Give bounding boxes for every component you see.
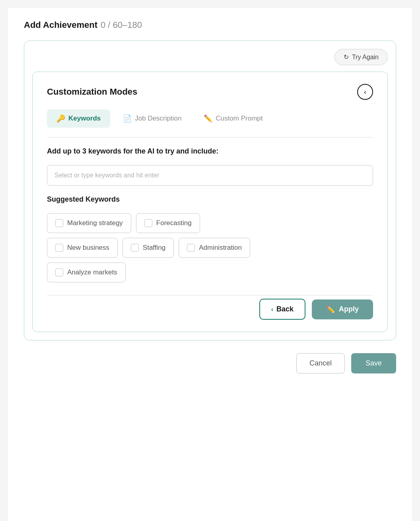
back-circle-button[interactable]: ‹ — [357, 84, 373, 100]
tab-job-description-label: Job Description — [135, 115, 181, 122]
checkbox-administration[interactable] — [187, 244, 195, 252]
chip-forecasting-label: Forecasting — [156, 219, 192, 227]
chip-administration[interactable]: Administration — [179, 238, 250, 258]
refresh-icon: ↻ — [344, 53, 349, 61]
checkbox-analyze-markets[interactable] — [55, 268, 63, 276]
pen-icon: ✏️ — [204, 114, 212, 123]
counter-label: 0 / 60–180 — [101, 20, 142, 30]
apply-icon: ✏️ — [326, 305, 335, 314]
action-row: ‹ Back ✏️ Apply — [47, 295, 373, 320]
inner-card: Customization Modes ‹ 🔑 Keywords 📄 Job D… — [32, 72, 388, 332]
checkbox-staffing[interactable] — [131, 244, 139, 252]
back-chevron-icon: ‹ — [271, 306, 273, 313]
page-title: Add Achievement — [24, 20, 97, 30]
tab-keywords[interactable]: 🔑 Keywords — [47, 109, 110, 128]
save-button-label: Save — [366, 359, 382, 367]
keyword-row-2: New business Staffing Administration — [47, 238, 373, 258]
keyword-input[interactable] — [47, 165, 373, 186]
chip-staffing-label: Staffing — [143, 244, 165, 252]
try-again-button[interactable]: ↻ Try Again — [334, 49, 388, 65]
chip-staffing[interactable]: Staffing — [122, 238, 174, 258]
keyword-row-3: Analyze markets — [47, 262, 373, 282]
outer-card: ↻ Try Again Customization Modes ‹ 🔑 Keyw… — [24, 41, 396, 340]
tab-custom-prompt[interactable]: ✏️ Custom Prompt — [194, 109, 272, 128]
chip-marketing-strategy[interactable]: Marketing strategy — [47, 213, 131, 233]
tab-custom-prompt-label: Custom Prompt — [216, 115, 262, 122]
keyword-instruction: Add up to 3 keywords for the AI to try a… — [47, 147, 373, 156]
page-wrapper: Add Achievement 0 / 60–180 ↻ Try Again C… — [8, 8, 412, 521]
back-button-label: Back — [276, 305, 294, 313]
cancel-button[interactable]: Cancel — [296, 353, 345, 373]
back-button[interactable]: ‹ Back — [259, 299, 305, 320]
keyword-row-1: Marketing strategy Forecasting — [47, 213, 373, 233]
chip-administration-label: Administration — [199, 244, 242, 252]
cancel-button-label: Cancel — [309, 359, 332, 367]
chip-analyze-markets[interactable]: Analyze markets — [47, 262, 126, 282]
mode-tabs: 🔑 Keywords 📄 Job Description ✏️ Custom P… — [47, 109, 373, 128]
keyword-chips-grid: Marketing strategy Forecasting New busin… — [47, 213, 373, 282]
chip-new-business[interactable]: New business — [47, 238, 118, 258]
checkbox-forecasting[interactable] — [144, 219, 152, 227]
try-again-row: ↻ Try Again — [32, 49, 388, 65]
chip-new-business-label: New business — [67, 244, 109, 252]
chevron-left-icon: ‹ — [364, 88, 366, 96]
customization-header: Customization Modes ‹ — [47, 84, 373, 100]
tab-keywords-label: Keywords — [68, 115, 101, 122]
header-row: Add Achievement 0 / 60–180 — [24, 16, 396, 34]
save-button[interactable]: Save — [351, 353, 396, 373]
customization-title: Customization Modes — [47, 87, 137, 97]
chip-marketing-strategy-label: Marketing strategy — [67, 219, 123, 227]
key-icon: 🔑 — [56, 114, 65, 123]
checkbox-new-business[interactable] — [55, 244, 63, 252]
chip-analyze-markets-label: Analyze markets — [67, 268, 117, 276]
try-again-label: Try Again — [352, 54, 379, 61]
document-icon: 📄 — [123, 114, 132, 123]
checkbox-marketing-strategy[interactable] — [55, 219, 63, 227]
apply-button-label: Apply — [339, 305, 359, 313]
suggested-keywords-label: Suggested Keywords — [47, 195, 373, 204]
chip-forecasting[interactable]: Forecasting — [136, 213, 200, 233]
divider-1 — [47, 137, 373, 138]
footer-row: Cancel Save — [24, 347, 396, 377]
apply-button[interactable]: ✏️ Apply — [312, 299, 373, 319]
tab-job-description[interactable]: 📄 Job Description — [113, 109, 191, 128]
